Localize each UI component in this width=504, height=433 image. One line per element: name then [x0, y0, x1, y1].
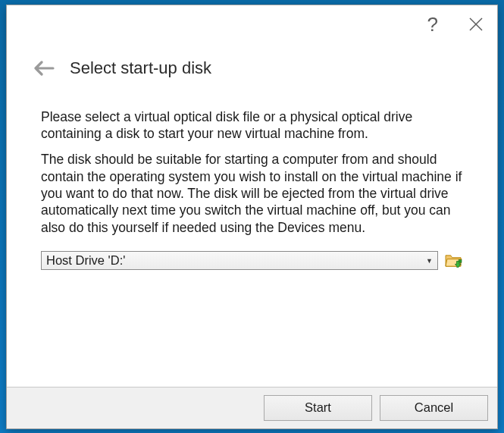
dialog-header: Select start-up disk [7, 43, 497, 87]
disk-dropdown[interactable]: Host Drive 'D:' ▼ [41, 251, 438, 270]
instruction-paragraph-1: Please select a virtual optical disk fil… [41, 108, 463, 143]
help-icon[interactable]: ? [427, 14, 438, 34]
close-icon[interactable] [468, 17, 484, 32]
browse-disk-button[interactable] [444, 252, 463, 269]
titlebar: ? [7, 5, 497, 43]
chevron-down-icon: ▼ [426, 257, 433, 265]
dialog-footer: Start Cancel [7, 387, 497, 428]
back-arrow-icon[interactable] [33, 61, 55, 76]
disk-selector-row: Host Drive 'D:' ▼ [41, 251, 463, 270]
instruction-paragraph-2: The disk should be suitable for starting… [41, 151, 463, 236]
start-button[interactable]: Start [264, 395, 372, 421]
disk-dropdown-value: Host Drive 'D:' [46, 253, 125, 268]
dialog-title: Select start-up disk [70, 58, 211, 78]
startup-disk-dialog: ? Select start-up disk Please select a v… [6, 5, 498, 429]
cancel-button[interactable]: Cancel [380, 395, 488, 421]
dialog-content: Please select a virtual optical disk fil… [7, 87, 497, 387]
